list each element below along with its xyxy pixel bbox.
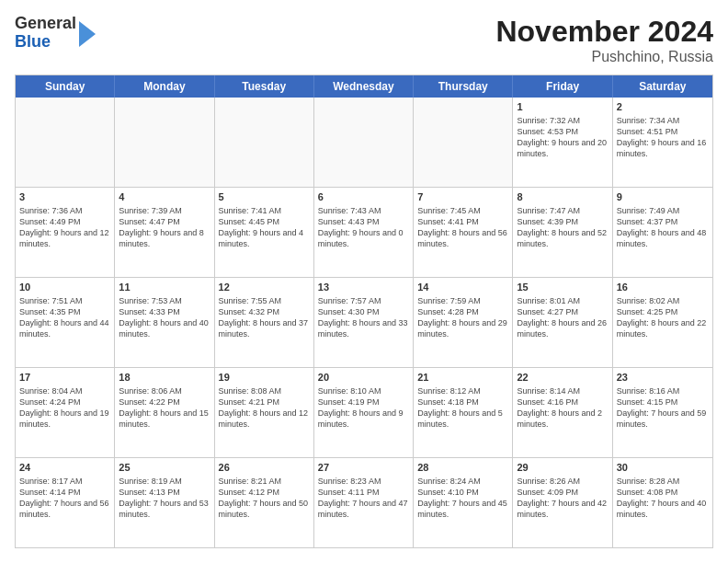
cal-cell-17: 17Sunrise: 8:04 AMSunset: 4:24 PMDayligh… [16,368,115,457]
calendar-body: 1Sunrise: 7:32 AMSunset: 4:53 PMDaylight… [16,98,712,547]
day-info: Sunrise: 8:06 AMSunset: 4:22 PMDaylight:… [119,385,210,431]
day-info: Sunrise: 8:24 AMSunset: 4:10 PMDaylight:… [417,476,508,521]
cal-cell-28: 28Sunrise: 8:24 AMSunset: 4:10 PMDayligh… [414,458,513,547]
cal-header-wednesday: Wednesday [314,75,414,98]
cal-cell-4: 4Sunrise: 7:39 AMSunset: 4:47 PMDaylight… [115,188,214,277]
cal-cell-15: 15Sunrise: 8:01 AMSunset: 4:27 PMDayligh… [513,278,612,367]
cal-cell-24: 24Sunrise: 8:17 AMSunset: 4:14 PMDayligh… [16,458,115,547]
day-info: Sunrise: 8:04 AMSunset: 4:24 PMDaylight:… [19,385,110,431]
day-info: Sunrise: 7:55 AMSunset: 4:32 PMDaylight:… [219,295,310,340]
day-number: 3 [19,190,110,204]
day-info: Sunrise: 7:51 AMSunset: 4:35 PMDaylight:… [19,295,110,340]
cal-cell-20: 20Sunrise: 8:10 AMSunset: 4:19 PMDayligh… [314,368,414,457]
day-number: 16 [617,281,709,294]
cal-cell-27: 27Sunrise: 8:23 AMSunset: 4:11 PMDayligh… [314,458,414,547]
day-number: 9 [617,190,709,204]
day-number: 30 [617,461,709,475]
cal-week-3: 10Sunrise: 7:51 AMSunset: 4:35 PMDayligh… [16,278,712,368]
day-number: 8 [517,190,608,204]
calendar-header-row: SundayMondayTuesdayWednesdayThursdayFrid… [16,75,712,98]
day-info: Sunrise: 8:01 AMSunset: 4:27 PMDaylight:… [517,295,608,340]
day-info: Sunrise: 7:39 AMSunset: 4:47 PMDaylight:… [119,205,210,250]
day-info: Sunrise: 8:08 AMSunset: 4:21 PMDaylight:… [219,385,310,431]
day-number: 10 [19,281,110,294]
day-info: Sunrise: 8:23 AMSunset: 4:11 PMDaylight:… [318,476,409,521]
cal-cell-11: 11Sunrise: 7:53 AMSunset: 4:33 PMDayligh… [115,278,214,367]
cal-cell-30: 30Sunrise: 8:28 AMSunset: 4:08 PMDayligh… [613,458,712,547]
day-number: 7 [417,190,508,204]
cal-cell-22: 22Sunrise: 8:14 AMSunset: 4:16 PMDayligh… [513,368,612,457]
cal-cell-13: 13Sunrise: 7:57 AMSunset: 4:30 PMDayligh… [314,278,414,367]
logo: General Blue [15,15,96,52]
cal-cell-empty-4 [414,98,513,187]
day-info: Sunrise: 7:49 AMSunset: 4:37 PMDaylight:… [617,205,709,250]
cal-header-sunday: Sunday [16,75,115,98]
day-number: 27 [318,461,409,475]
cal-cell-empty-0 [16,98,115,187]
cal-cell-2: 2Sunrise: 7:34 AMSunset: 4:51 PMDaylight… [613,98,712,187]
day-number: 18 [119,371,210,385]
header: General Blue November 2024 Pushchino, Ru… [15,15,713,65]
day-number: 25 [119,461,210,475]
cal-cell-9: 9Sunrise: 7:49 AMSunset: 4:37 PMDaylight… [613,188,712,277]
page: General Blue November 2024 Pushchino, Ru… [0,0,728,563]
cal-week-2: 3Sunrise: 7:36 AMSunset: 4:49 PMDaylight… [16,188,712,278]
day-info: Sunrise: 7:36 AMSunset: 4:49 PMDaylight:… [19,205,110,250]
day-info: Sunrise: 7:32 AMSunset: 4:53 PMDaylight:… [517,115,608,160]
month-title: November 2024 [495,15,713,49]
day-info: Sunrise: 8:12 AMSunset: 4:18 PMDaylight:… [417,385,508,431]
logo-blue: Blue [15,32,51,51]
logo-arrow-icon [79,21,96,47]
day-number: 22 [517,371,608,385]
cal-cell-empty-3 [314,98,414,187]
calendar: SundayMondayTuesdayWednesdayThursdayFrid… [15,75,713,548]
cal-cell-empty-1 [115,98,214,187]
day-number: 17 [19,371,110,385]
day-number: 23 [617,371,709,385]
cal-cell-16: 16Sunrise: 8:02 AMSunset: 4:25 PMDayligh… [613,278,712,367]
cal-cell-8: 8Sunrise: 7:47 AMSunset: 4:39 PMDaylight… [513,188,612,277]
day-info: Sunrise: 7:59 AMSunset: 4:28 PMDaylight:… [417,295,508,340]
day-number: 2 [617,100,709,114]
day-info: Sunrise: 8:26 AMSunset: 4:09 PMDaylight:… [517,476,608,521]
cal-cell-1: 1Sunrise: 7:32 AMSunset: 4:53 PMDaylight… [513,98,612,187]
day-number: 14 [417,281,508,294]
cal-cell-26: 26Sunrise: 8:21 AMSunset: 4:12 PMDayligh… [215,458,314,547]
day-info: Sunrise: 8:28 AMSunset: 4:08 PMDaylight:… [617,476,709,521]
cal-cell-14: 14Sunrise: 7:59 AMSunset: 4:28 PMDayligh… [414,278,513,367]
day-number: 24 [19,461,110,475]
day-number: 6 [318,190,409,204]
cal-cell-6: 6Sunrise: 7:43 AMSunset: 4:43 PMDaylight… [314,188,414,277]
day-number: 12 [219,281,310,294]
day-info: Sunrise: 8:19 AMSunset: 4:13 PMDaylight:… [119,476,210,521]
day-number: 15 [517,281,608,294]
day-number: 4 [119,190,210,204]
cal-cell-3: 3Sunrise: 7:36 AMSunset: 4:49 PMDaylight… [16,188,115,277]
day-info: Sunrise: 8:17 AMSunset: 4:14 PMDaylight:… [19,476,110,521]
day-info: Sunrise: 8:16 AMSunset: 4:15 PMDaylight:… [617,385,709,431]
cal-cell-18: 18Sunrise: 8:06 AMSunset: 4:22 PMDayligh… [115,368,214,457]
cal-header-saturday: Saturday [613,75,712,98]
day-info: Sunrise: 8:21 AMSunset: 4:12 PMDaylight:… [219,476,310,521]
cal-cell-25: 25Sunrise: 8:19 AMSunset: 4:13 PMDayligh… [115,458,214,547]
day-info: Sunrise: 7:45 AMSunset: 4:41 PMDaylight:… [417,205,508,250]
logo-general: General [15,14,76,32]
day-number: 28 [417,461,508,475]
cal-cell-21: 21Sunrise: 8:12 AMSunset: 4:18 PMDayligh… [414,368,513,457]
day-info: Sunrise: 7:53 AMSunset: 4:33 PMDaylight:… [119,295,210,340]
cal-cell-5: 5Sunrise: 7:41 AMSunset: 4:45 PMDaylight… [215,188,314,277]
cal-week-5: 24Sunrise: 8:17 AMSunset: 4:14 PMDayligh… [16,458,712,547]
day-info: Sunrise: 8:10 AMSunset: 4:19 PMDaylight:… [318,385,409,431]
day-number: 29 [517,461,608,475]
day-number: 5 [219,190,310,204]
day-info: Sunrise: 7:47 AMSunset: 4:39 PMDaylight:… [517,205,608,250]
day-info: Sunrise: 8:02 AMSunset: 4:25 PMDaylight:… [617,295,709,340]
cal-cell-empty-2 [215,98,314,187]
location-subtitle: Pushchino, Russia [495,49,713,65]
cal-cell-23: 23Sunrise: 8:16 AMSunset: 4:15 PMDayligh… [613,368,712,457]
day-info: Sunrise: 7:34 AMSunset: 4:51 PMDaylight:… [617,115,709,160]
day-info: Sunrise: 7:57 AMSunset: 4:30 PMDaylight:… [318,295,409,340]
day-number: 13 [318,281,409,294]
cal-cell-19: 19Sunrise: 8:08 AMSunset: 4:21 PMDayligh… [215,368,314,457]
cal-week-1: 1Sunrise: 7:32 AMSunset: 4:53 PMDaylight… [16,98,712,188]
